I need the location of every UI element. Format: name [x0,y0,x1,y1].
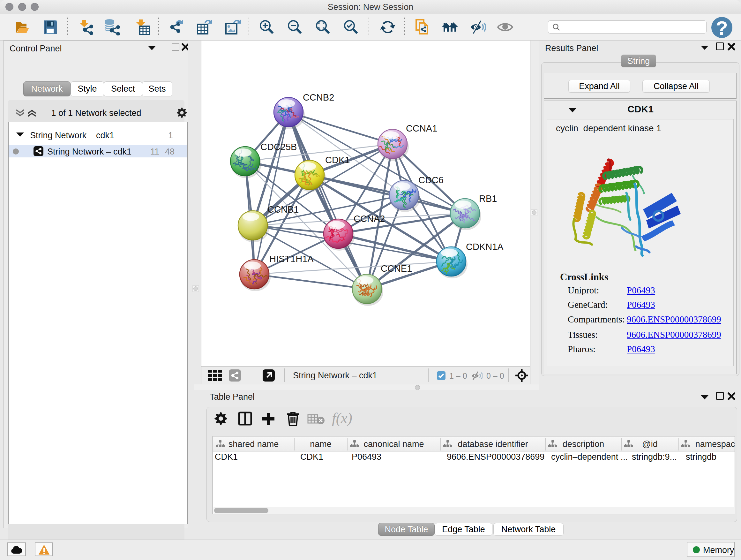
svg-text:CDKN1A: CDKN1A [466,242,503,252]
svg-text:CCNA2: CCNA2 [354,213,385,224]
svg-text:CCNE1: CCNE1 [381,263,412,273]
svg-text:CDC6: CDC6 [418,175,444,185]
svg-text:CCNB2: CCNB2 [303,92,334,103]
svg-text:CCNB1: CCNB1 [267,204,299,214]
svg-text:?: ? [716,17,728,38]
svg-text:CCNA1: CCNA1 [406,123,437,133]
svg-text:CDK1: CDK1 [325,155,350,165]
svg-text:CDC25B: CDC25B [260,142,297,152]
svg-text:HIST1H1A: HIST1H1A [269,254,314,264]
svg-text:RB1: RB1 [479,193,497,204]
